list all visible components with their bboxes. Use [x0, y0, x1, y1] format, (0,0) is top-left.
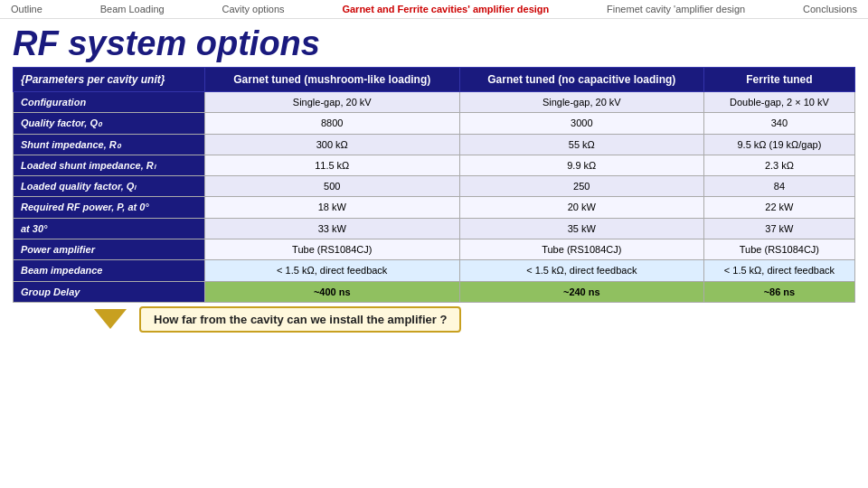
row-label-2: Shunt impedance, R₀: [14, 134, 205, 155]
row-col1-5: 18 kW: [204, 197, 459, 218]
row-label-1: Quality factor, Q₀: [14, 113, 205, 134]
row-col3-4: 84: [703, 176, 854, 197]
row-col1-1: 8800: [204, 113, 459, 134]
row-col2-1: 3000: [459, 113, 703, 134]
col-header-garnet-mushroom: Garnet tuned (mushroom-like loading): [204, 68, 459, 92]
col-header-garnet-no-cap: Garnet tuned (no capacitive loading): [459, 68, 703, 92]
rf-system-table: {Parameters per cavity unit} Garnet tune…: [13, 67, 855, 303]
nav-item-conclusions[interactable]: Conclusions: [803, 4, 857, 14]
callout-area: How far from the cavity can we install t…: [0, 305, 868, 333]
row-col1-8: < 1.5 kΩ, direct feedback: [204, 260, 459, 281]
nav-item-finemet[interactable]: Finemet cavity 'amplifier design: [607, 4, 745, 14]
row-col2-9: ~240 ns: [459, 281, 703, 302]
row-col2-0: Single-gap, 20 kV: [459, 92, 703, 113]
row-col1-2: 300 kΩ: [204, 134, 459, 155]
col-header-ferrite: Ferrite tuned: [703, 68, 854, 92]
row-col3-1: 340: [703, 113, 854, 134]
row-col3-2: 9.5 kΩ (19 kΩ/gap): [703, 134, 854, 155]
row-col1-6: 33 kW: [204, 218, 459, 239]
col-header-params: {Parameters per cavity unit}: [14, 68, 205, 92]
row-label-5: Required RF power, P, at 0°: [14, 197, 205, 218]
row-col2-7: Tube (RS1084CJ): [459, 239, 703, 260]
arrow-icon: [94, 309, 127, 329]
row-col3-0: Double-gap, 2 × 10 kV: [703, 92, 854, 113]
row-label-6: at 30°: [14, 218, 205, 239]
row-col3-8: < 1.5 kΩ, direct feedback: [703, 260, 854, 281]
row-col1-0: Single-gap, 20 kV: [204, 92, 459, 113]
row-col2-6: 35 kW: [459, 218, 703, 239]
row-label-8: Beam impedance: [14, 260, 205, 281]
row-col2-3: 9.9 kΩ: [459, 155, 703, 175]
row-col2-8: < 1.5 kΩ, direct feedback: [459, 260, 703, 281]
row-col3-7: Tube (RS1084CJ): [703, 239, 854, 260]
row-label-7: Power amplifier: [14, 239, 205, 260]
nav-item-beam-loading[interactable]: Beam Loading: [100, 4, 165, 14]
row-col1-7: Tube (RS1084CJ): [204, 239, 459, 260]
row-col2-2: 55 kΩ: [459, 134, 703, 155]
row-col1-3: 11.5 kΩ: [204, 155, 459, 175]
top-navigation: Outline Beam Loading Cavity options Garn…: [0, 0, 868, 19]
nav-item-cavity-options[interactable]: Cavity options: [222, 4, 285, 14]
row-col3-3: 2.3 kΩ: [703, 155, 854, 175]
row-col3-9: ~86 ns: [703, 281, 854, 302]
row-label-9: Group Delay: [14, 281, 205, 302]
nav-item-outline[interactable]: Outline: [11, 4, 42, 14]
row-col3-6: 37 kW: [703, 218, 854, 239]
row-col1-9: ~400 ns: [204, 281, 459, 302]
callout-box: How far from the cavity can we install t…: [139, 306, 461, 333]
row-label-3: Loaded shunt impedance, Rₗ: [14, 155, 205, 175]
row-label-0: Configuration: [14, 92, 205, 113]
main-table-container: {Parameters per cavity unit} Garnet tune…: [0, 67, 868, 305]
row-col2-5: 20 kW: [459, 197, 703, 218]
page-title: RF system options: [0, 19, 868, 67]
row-col3-5: 22 kW: [703, 197, 854, 218]
row-col1-4: 500: [204, 176, 459, 197]
row-col2-4: 250: [459, 176, 703, 197]
row-label-4: Loaded quality factor, Qₗ: [14, 176, 205, 197]
nav-item-garnet-ferrite[interactable]: Garnet and Ferrite cavities' amplifier d…: [342, 4, 549, 14]
